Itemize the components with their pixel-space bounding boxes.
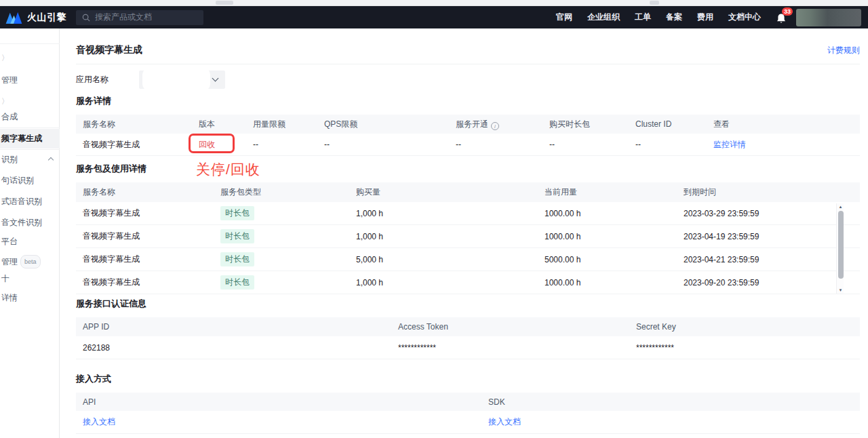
section-service-detail: 服务详情	[76, 96, 860, 106]
col-view: 查看	[707, 119, 860, 130]
billing-rules-link[interactable]: 计费规则	[827, 45, 860, 56]
notification-bell[interactable]: 33	[776, 11, 789, 24]
access-table: API SDK 接入文档 接入文档	[76, 393, 860, 434]
table-header-row: API SDK	[76, 393, 860, 411]
table-row: 262188 ************ ************	[76, 336, 860, 359]
col-purchased-package: 购买时长包	[542, 119, 629, 130]
menu-enterprise-org[interactable]: 企业组织	[587, 12, 620, 23]
top-nav: 火山引擎 搜索产品或文档 官网 企业组织 工单 备案 费用 文档中心 33	[0, 6, 868, 28]
pkg-name-cell: 音视频字幕生成	[76, 254, 214, 265]
sidebar-item-details[interactable]: 详情	[1, 292, 18, 303]
sidebar-item-audio-file-recognition[interactable]: 音文件识别	[1, 217, 42, 228]
pkg-purchased-cell: 5,000 h	[349, 255, 538, 264]
col-service-name: 服务名称	[76, 186, 214, 198]
sidebar-divider	[0, 127, 60, 128]
sidebar-item-subtitle-generation-selected[interactable]: 频字幕生成	[0, 129, 60, 148]
cluster-cell: --	[629, 140, 707, 149]
monitor-detail-link[interactable]: 监控详情	[713, 140, 746, 149]
chevron-down-icon	[212, 75, 219, 82]
table-header-row: APP ID Access Token Secret Key	[76, 317, 860, 336]
table-row: 接入文档 接入文档	[76, 411, 860, 434]
user-account-redacted	[796, 9, 861, 26]
sidebar-item-platform[interactable]: 平台	[1, 236, 18, 247]
auth-table: APP ID Access Token Secret Key 262188 **…	[76, 317, 860, 359]
sidebar-chevron-icon[interactable]: 〉	[1, 53, 9, 63]
package-table-scrollbar[interactable]: ▲ ▼	[836, 203, 844, 294]
pkg-name-cell: 音视频字幕生成	[76, 207, 214, 219]
app-name-select[interactable]	[139, 71, 225, 89]
col-version: 版本	[192, 119, 246, 130]
table-row: 音视频字幕生成 时长包 1,000 h 1000.00 h 2023-04-19…	[76, 225, 860, 248]
pkg-name-cell: 音视频字幕生成	[76, 231, 214, 242]
sidebar-selected-label: 频字幕生成	[1, 133, 42, 144]
access-token-masked: ************	[391, 343, 629, 353]
recycle-status-link[interactable]: 回收	[199, 140, 215, 149]
sidebar-item-synthesis[interactable]: 合成	[1, 111, 18, 122]
pkg-used-cell: 1000.00 h	[538, 278, 677, 287]
search-icon	[82, 14, 90, 22]
sidebar-item-streaming-recognition[interactable]: 式语音识别	[1, 196, 42, 207]
sidebar-chevron-icon[interactable]: 〉	[1, 96, 9, 106]
browser-smudge	[650, 1, 659, 5]
col-qps-quota: QPS限额	[317, 119, 449, 130]
pkg-name-cell: 音视频字幕生成	[76, 277, 214, 288]
scrollbar-down-icon[interactable]: ▼	[837, 287, 844, 294]
sidebar-divider	[0, 149, 60, 150]
menu-icp-filing[interactable]: 备案	[666, 12, 682, 23]
col-current-usage: 当前用量	[538, 186, 677, 198]
pkg-expire-cell: 2023-04-19 23:59:59	[677, 232, 860, 241]
service-detail-table: 服务名称 版本 用量限额 QPS限额 服务开通 购买时长包 Cluster ID…	[76, 115, 860, 156]
sidebar-item-manage-beta[interactable]: 管理beta	[1, 255, 41, 266]
col-label: 服务开通	[456, 119, 488, 129]
table-row: 音视频字幕生成 时长包 5,000 h 5000.00 h 2023-04-21…	[76, 248, 860, 271]
col-access-token: Access Token	[391, 322, 629, 332]
table-row: 音视频字幕生成 时长包 1,000 h 1000.00 h 2023-09-20…	[76, 271, 860, 294]
app-id-value: 262188	[76, 343, 391, 353]
col-package-type: 服务包类型	[214, 186, 349, 198]
section-access: 接入方式	[76, 374, 860, 384]
opened-cell: --	[449, 140, 542, 149]
service-name-cell: 音视频字幕生成	[76, 139, 192, 151]
browser-chrome-strip	[0, 0, 868, 6]
sidebar-item-recognition[interactable]: 识别	[1, 154, 58, 165]
main-content: 音视频字幕生成 计费规则 应用名称 服务详情 服务名称 版本 用量限额 QPS限…	[60, 28, 868, 438]
col-service-name: 服务名称	[76, 119, 192, 130]
menu-official-site[interactable]: 官网	[556, 12, 572, 23]
sidebar-item-manage[interactable]: 管理	[1, 75, 18, 85]
col-usage-quota: 用量限额	[246, 119, 317, 130]
sidebar-item-label: 识别	[1, 155, 18, 164]
api-doc-link[interactable]: 接入文档	[83, 417, 115, 426]
scrollbar-up-icon[interactable]: ▲	[837, 203, 844, 210]
info-icon[interactable]	[491, 122, 499, 130]
secret-key-masked: ************	[629, 343, 860, 353]
screen: 火山引擎 搜索产品或文档 官网 企业组织 工单 备案 费用 文档中心 33	[0, 0, 868, 438]
volcengine-logo[interactable]: 火山引擎	[5, 11, 66, 24]
search-placeholder: 搜索产品或文档	[95, 12, 152, 23]
package-cell: --	[542, 140, 629, 149]
sdk-doc-link[interactable]: 接入文档	[488, 417, 521, 426]
pkg-expire-cell: 2023-03-29 23:59:59	[677, 209, 860, 218]
sidebar-item-label: 管理	[1, 257, 18, 266]
menu-billing[interactable]: 费用	[697, 12, 713, 23]
col-service-opened: 服务开通	[449, 119, 542, 130]
logo-text: 火山引擎	[27, 12, 66, 24]
sidebar-item-partial[interactable]: 十	[1, 273, 9, 284]
package-table: 服务名称 服务包类型 购买量 当前用量 到期时间 音视频字幕生成 时长包 1,0…	[76, 182, 860, 294]
search-input[interactable]: 搜索产品或文档	[76, 10, 203, 25]
menu-work-order[interactable]: 工单	[635, 12, 651, 23]
volcano-logo-icon	[5, 11, 22, 24]
col-app-id: APP ID	[76, 322, 391, 332]
table-header-row: 服务名称 版本 用量限额 QPS限额 服务开通 购买时长包 Cluster ID…	[76, 115, 860, 134]
table-header-row: 服务名称 服务包类型 购买量 当前用量 到期时间	[76, 182, 860, 202]
collapse-up-icon	[48, 157, 54, 163]
pkg-used-cell: 1000.00 h	[538, 232, 677, 241]
pkg-expire-cell: 2023-09-20 23:59:59	[677, 278, 860, 287]
pkg-used-cell: 1000.00 h	[538, 209, 677, 218]
beta-badge: beta	[20, 255, 41, 268]
scrollbar-thumb[interactable]	[838, 211, 844, 279]
browser-smudge	[216, 1, 233, 5]
notification-badge: 33	[782, 7, 793, 16]
menu-doc-center[interactable]: 文档中心	[728, 12, 761, 23]
pkg-used-cell: 5000.00 h	[538, 255, 677, 264]
sidebar-item-sentence-recognition[interactable]: 句话识别	[1, 175, 34, 186]
